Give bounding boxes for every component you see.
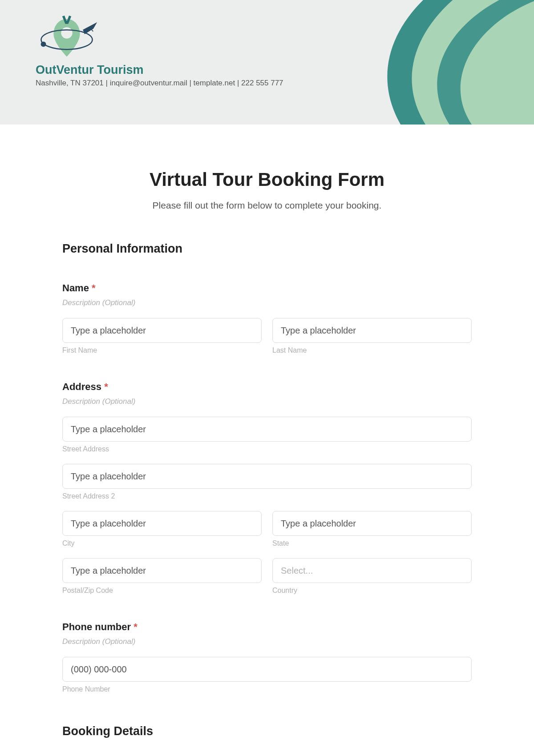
name-description: Description (Optional) [62,298,472,307]
address-label: Address * [62,381,472,393]
street-address-2-sublabel: Street Address 2 [62,492,472,500]
header-band: OutVentur Tourism Nashville, TN 37201 | … [0,0,534,125]
section-booking-details: Booking Details [62,724,472,738]
country-select[interactable]: Select... [272,558,472,583]
address-label-text: Address [62,381,101,392]
state-sublabel: State [272,539,472,547]
country-select-placeholder: Select... [281,566,313,576]
form-title: Virtual Tour Booking Form [62,169,472,190]
required-asterisk: * [134,621,138,632]
brand-logo-icon [36,13,98,62]
required-asterisk: * [104,381,108,392]
name-field-block: Name * Description (Optional) First Name… [62,282,472,354]
phone-number-sublabel: Phone Number [62,685,472,693]
name-label-text: Name [62,282,89,294]
svg-point-0 [61,27,72,38]
street-address-sublabel: Street Address [62,445,472,453]
postal-code-input[interactable] [62,558,262,583]
street-address-2-input[interactable] [62,464,472,489]
postal-code-sublabel: Postal/Zip Code [62,587,262,595]
city-sublabel: City [62,539,262,547]
last-name-sublabel: Last Name [272,346,472,354]
phone-label: Phone number * [62,621,472,633]
name-label: Name * [62,282,472,294]
last-name-input[interactable] [272,318,472,343]
required-asterisk: * [92,282,96,294]
brand-subline: Nashville, TN 37201 | inquire@outventur.… [36,79,498,88]
phone-label-text: Phone number [62,621,131,632]
phone-number-input[interactable] [62,657,472,682]
phone-description: Description (Optional) [62,637,472,646]
first-name-input[interactable] [62,318,262,343]
section-personal-information: Personal Information [62,242,472,256]
brand-name: OutVentur Tourism [36,63,498,77]
address-field-block: Address * Description (Optional) Street … [62,381,472,595]
address-description: Description (Optional) [62,397,472,406]
form-page: Virtual Tour Booking Form Please fill ou… [62,125,472,756]
first-name-sublabel: First Name [62,346,262,354]
svg-point-2 [41,41,46,47]
form-subtitle: Please fill out the form below to comple… [62,200,472,211]
phone-field-block: Phone number * Description (Optional) Ph… [62,621,472,693]
street-address-input[interactable] [62,417,472,442]
city-input[interactable] [62,511,262,536]
state-input[interactable] [272,511,472,536]
country-sublabel: Country [272,587,472,595]
brand-block: OutVentur Tourism Nashville, TN 37201 | … [36,13,498,88]
